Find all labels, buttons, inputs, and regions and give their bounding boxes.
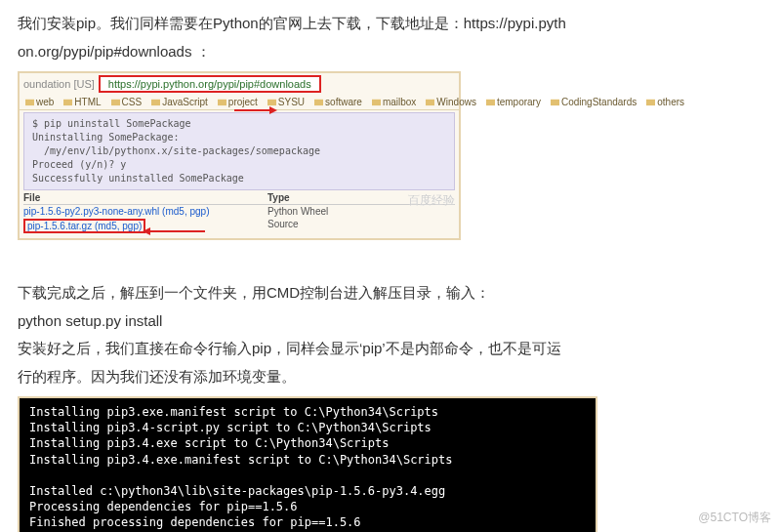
- bookmark-item: temporary: [486, 97, 541, 107]
- table-row: pip-1.5.6.tar.gz (md5, pgp) Source: [23, 218, 455, 234]
- bookmark-item: CSS: [111, 97, 143, 107]
- table-header: File Type: [23, 192, 455, 205]
- instr-line-4: 行的程序。因为我们还没有添加环境变量。: [18, 368, 296, 385]
- col-type: Type: [267, 192, 290, 203]
- cmd-line: Installed c:\python34\lib\site-packages\…: [29, 484, 445, 498]
- address-bar: oundation [US] https://pypi.python.org/p…: [20, 73, 459, 95]
- bookmark-item: project: [218, 97, 258, 107]
- cmd-screenshot: Installing pip3.exe.manifest script to C…: [18, 396, 597, 532]
- instr-line-3: 安装好之后，我们直接在命令行输入pip，同样会显示‘pip’不是内部命令，也不是…: [18, 340, 561, 356]
- instructions-paragraph: 下载完成之后，解压到一个文件夹，用CMD控制台进入解压目录，输入： python…: [18, 279, 763, 390]
- cmd-line: Finished processing dependencies for pip…: [29, 515, 361, 529]
- bookmark-item: web: [25, 97, 54, 107]
- file-link: pip-1.5.6-py2.py3-none-any.whl (md5, pgp…: [23, 206, 267, 217]
- cmd-line: Installing pip3.exe.manifest script to C…: [29, 405, 438, 419]
- red-arrow-icon: [234, 109, 273, 111]
- bookmark-item: JavaScript: [151, 97, 208, 107]
- pip-uninstall-output: $ pip uninstall SomePackage Uninstalling…: [23, 112, 455, 190]
- col-file: File: [23, 192, 267, 203]
- table-row: pip-1.5.6-py2.py3-none-any.whl (md5, pgp…: [23, 205, 455, 218]
- intro-paragraph: 我们安装pip。我们同样需要在Python的官网上去下载，下载地址是：https…: [18, 10, 763, 65]
- addr-prefix: oundation [US]: [23, 78, 95, 90]
- intro-line-1: 我们安装pip。我们同样需要在Python的官网上去下载，下载地址是：https…: [18, 15, 566, 31]
- url-text: https://pypi.python.org/pypi/pip#downloa…: [99, 75, 321, 93]
- bookmark-item: mailbox: [372, 97, 416, 107]
- instr-line-2: python setup.py install: [18, 312, 162, 329]
- browser-screenshot: oundation [US] https://pypi.python.org/p…: [18, 71, 461, 240]
- intro-line-2: on.org/pypi/pip#downloads ：: [18, 43, 211, 60]
- cmd-line: Installing pip3.4.exe script to C:\Pytho…: [29, 436, 389, 450]
- source-watermark: @51CTO博客: [698, 510, 771, 526]
- file-type: Python Wheel: [267, 206, 328, 217]
- cmd-line: Processing dependencies for pip==1.5.6: [29, 500, 298, 513]
- bookmark-item: HTML: [63, 97, 101, 107]
- bookmark-item: software: [314, 97, 362, 107]
- file-type: Source: [267, 219, 299, 233]
- red-arrow-icon: [146, 230, 205, 232]
- downloads-table: File Type pip-1.5.6-py2.py3-none-any.whl…: [23, 192, 455, 234]
- cmd-line: Installing pip3.4.exe.manifest script to…: [29, 453, 452, 467]
- bookmarks-bar: web HTML CSS JavaScript project SYSU sof…: [20, 95, 459, 110]
- baidu-watermark: 百度经验: [408, 192, 455, 209]
- bookmark-item: CodingStandards: [551, 97, 637, 107]
- instr-line-1: 下载完成之后，解压到一个文件夹，用CMD控制台进入解压目录，输入：: [18, 284, 490, 301]
- bookmark-item: Windows: [426, 97, 476, 107]
- cmd-line: Installing pip3.4-script.py script to C:…: [29, 421, 432, 434]
- file-link-highlighted: pip-1.5.6.tar.gz (md5, pgp): [23, 219, 145, 233]
- bookmark-item: others: [646, 97, 684, 107]
